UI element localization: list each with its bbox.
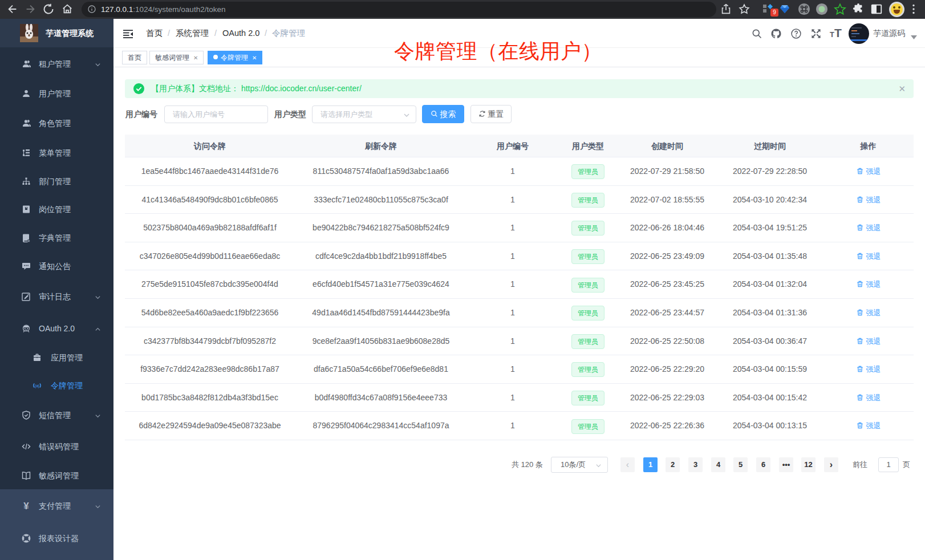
- svg-text:¥: ¥: [23, 501, 29, 511]
- svg-text:(a): (a): [35, 384, 39, 388]
